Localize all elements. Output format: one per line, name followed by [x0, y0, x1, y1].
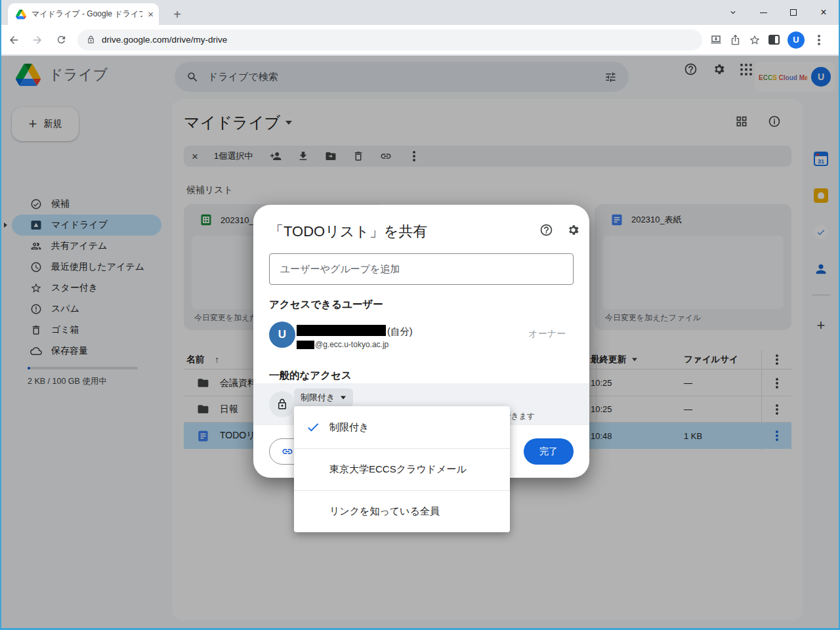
- redacted-owner-name: [297, 325, 386, 336]
- address-bar[interactable]: drive.google.com/drive/my-drive: [77, 30, 702, 51]
- link-icon: [282, 446, 293, 457]
- window-minimize-button[interactable]: [748, 0, 778, 25]
- browser-window: マイドライブ - Google ドライブ × + × drive.google.…: [0, 0, 840, 630]
- bookmark-star-icon[interactable]: [749, 34, 761, 46]
- browser-avatar[interactable]: U: [788, 32, 805, 49]
- access-dropdown-button[interactable]: 制限付き: [294, 388, 353, 407]
- dialog-help-icon[interactable]: [539, 223, 553, 237]
- owner-row: U (自分) @g.ecc.u-tokyo.ac.jp オーナー: [253, 318, 589, 357]
- url-text: drive.google.com/drive/my-drive: [102, 35, 227, 45]
- drive-favicon: [16, 9, 26, 20]
- tab-title: マイドライブ - Google ドライブ: [32, 9, 142, 20]
- chip-caret-icon: [341, 396, 346, 400]
- side-panel-icon[interactable]: [768, 35, 780, 45]
- add-people-input[interactable]: ユーザーやグループを追加: [269, 253, 574, 285]
- lock-circle-icon: [269, 391, 295, 417]
- tab-strip: マイドライブ - Google ドライブ × + ×: [1, 0, 839, 25]
- reload-button[interactable]: [50, 29, 72, 51]
- owner-role-label: オーナー: [528, 328, 566, 340]
- menu-item-organization[interactable]: 東京大学ECCSクラウドメール: [294, 448, 510, 490]
- lock-icon: [87, 35, 95, 44]
- dialog-title: 「TODOリスト」を共有: [269, 222, 427, 242]
- new-tab-button[interactable]: +: [168, 5, 186, 24]
- redacted-owner-id: [297, 341, 314, 349]
- done-button[interactable]: 完了: [524, 438, 574, 465]
- browser-toolbar: drive.google.com/drive/my-drive U: [1, 25, 839, 55]
- browser-menu-icon[interactable]: [818, 39, 820, 41]
- people-section-heading: アクセスできるユーザー: [269, 298, 383, 312]
- access-options-menu: 制限付き 東京大学ECCSクラウドメール リンクを知っている全員: [294, 406, 510, 532]
- browser-tab[interactable]: マイドライブ - Google ドライブ ×: [8, 3, 159, 25]
- menu-item-anyone-with-link[interactable]: リンクを知っている全員: [294, 490, 510, 532]
- window-maximize-button[interactable]: [778, 0, 808, 25]
- selected-check-icon: [306, 420, 320, 434]
- share-icon[interactable]: [730, 34, 741, 45]
- forward-button[interactable]: [26, 29, 49, 51]
- tab-close-icon[interactable]: ×: [148, 9, 154, 19]
- menu-item-restricted[interactable]: 制限付き: [294, 406, 510, 448]
- owner-self-label: (自分): [387, 326, 413, 338]
- dialog-settings-icon[interactable]: [566, 223, 580, 237]
- general-access-heading: 一般的なアクセス: [269, 369, 352, 383]
- install-icon[interactable]: [710, 34, 722, 46]
- add-people-placeholder: ユーザーやグループを追加: [280, 263, 400, 276]
- window-close-button[interactable]: ×: [808, 0, 839, 25]
- back-button[interactable]: [3, 29, 25, 51]
- tab-search-icon[interactable]: [718, 0, 748, 25]
- owner-email: @g.ecc.u-tokyo.ac.jp: [315, 340, 388, 349]
- owner-avatar: U: [269, 322, 295, 348]
